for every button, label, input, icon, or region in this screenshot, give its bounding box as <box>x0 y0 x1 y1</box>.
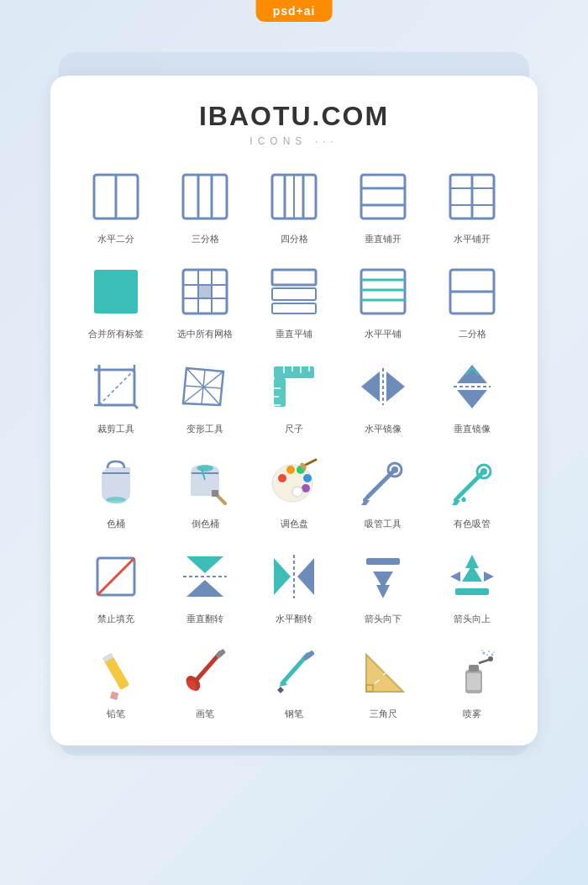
svg-marker-92 <box>376 585 390 598</box>
icon-merge-tags: 合并所有标签 <box>76 262 156 340</box>
icon-h-mirror: 水平镜像 <box>343 357 423 435</box>
svg-line-70 <box>306 460 316 465</box>
svg-marker-95 <box>465 555 479 568</box>
svg-line-35 <box>134 405 138 408</box>
icon-h-split: 水平二分 <box>76 167 156 245</box>
svg-rect-93 <box>455 588 489 595</box>
svg-marker-76 <box>361 500 370 505</box>
svg-rect-90 <box>366 558 400 565</box>
svg-rect-16 <box>94 270 138 313</box>
icon-pencil: 铅笔 <box>76 642 156 720</box>
icon-arrow-down: 箭头向下 <box>343 547 423 625</box>
icon-h-flip: 水平翻转 <box>254 547 334 625</box>
svg-rect-116 <box>467 673 480 690</box>
svg-point-74 <box>391 466 398 473</box>
icon-h-tile2: 水平平铺 <box>343 262 423 340</box>
icons-subtitle: ICONS ··· <box>76 135 512 147</box>
icon-v-tile2: 垂直平铺 <box>254 262 334 340</box>
svg-marker-88 <box>297 558 314 595</box>
icon-spray: 喷雾 <box>432 642 512 720</box>
svg-marker-57 <box>457 390 487 408</box>
icon-flip-bucket: 倒色桶 <box>165 452 245 530</box>
icon-pen: 钢笔 <box>254 642 334 720</box>
svg-marker-97 <box>484 572 494 582</box>
svg-point-119 <box>488 656 493 661</box>
svg-point-64 <box>278 474 286 482</box>
icon-two-grid: 二分格 <box>432 262 512 340</box>
svg-line-75 <box>365 497 368 500</box>
icon-v-mirror: 垂直镜像 <box>432 357 512 435</box>
svg-line-83 <box>97 558 134 595</box>
icon-no-fill: 禁止填充 <box>76 547 156 625</box>
svg-marker-87 <box>274 558 291 595</box>
svg-rect-25 <box>272 303 316 313</box>
svg-point-122 <box>486 654 488 656</box>
svg-marker-96 <box>450 572 460 582</box>
svg-point-125 <box>481 650 483 651</box>
icon-v-tile: 垂直铺开 <box>343 167 423 245</box>
icon-select-grid: 选中所有网格 <box>165 262 245 340</box>
svg-point-124 <box>493 651 495 653</box>
icon-transform: 变形工具 <box>165 357 245 435</box>
icon-brush: 画笔 <box>165 642 245 720</box>
svg-rect-9 <box>361 175 405 219</box>
svg-point-120 <box>483 652 486 655</box>
svg-rect-45 <box>274 378 286 407</box>
svg-rect-26 <box>361 270 405 313</box>
icon-ruler: 尺子 <box>254 357 334 435</box>
svg-line-38 <box>99 370 134 405</box>
icon-v-flip: 垂直翻转 <box>165 547 245 625</box>
svg-line-102 <box>197 653 220 680</box>
svg-marker-99 <box>108 689 121 703</box>
svg-point-65 <box>286 466 295 474</box>
svg-marker-53 <box>361 371 380 402</box>
svg-point-59 <box>106 497 126 503</box>
svg-rect-62 <box>212 490 218 497</box>
svg-rect-2 <box>183 175 227 219</box>
svg-point-69 <box>292 487 302 497</box>
svg-line-77 <box>459 471 484 497</box>
icon-arrow-up: 箭头向上 <box>432 547 512 625</box>
svg-rect-117 <box>469 665 479 672</box>
site-title: IBAOTU.COM <box>76 101 512 132</box>
svg-point-123 <box>491 654 494 656</box>
svg-line-80 <box>455 497 459 500</box>
icon-triangle-ruler: 三角尺 <box>343 642 423 720</box>
svg-marker-54 <box>386 371 405 402</box>
icon-four-grid: 四分格 <box>254 167 334 245</box>
svg-rect-44 <box>274 366 314 378</box>
svg-marker-84 <box>186 556 223 573</box>
icon-palette: 调色盘 <box>254 452 334 530</box>
svg-marker-85 <box>186 580 223 597</box>
svg-marker-81 <box>452 500 460 505</box>
icon-paint-bucket: 色桶 <box>76 452 156 530</box>
icon-dropper: 吸管工具 <box>343 452 423 530</box>
svg-marker-109 <box>277 687 284 693</box>
main-card: IBAOTU.COM ICONS ··· 水平二分 <box>50 76 538 745</box>
svg-line-106 <box>282 655 307 683</box>
svg-point-121 <box>488 651 490 652</box>
svg-point-79 <box>480 468 487 475</box>
svg-rect-22 <box>198 285 212 298</box>
icon-color-dropper: 有色吸管 <box>432 452 512 530</box>
icons-grid: 水平二分 三分格 <box>76 167 512 720</box>
top-badge: psd+ai <box>256 0 333 22</box>
svg-line-113 <box>391 663 396 666</box>
svg-rect-23 <box>272 270 316 285</box>
svg-line-118 <box>479 660 489 663</box>
icon-crop: 裁剪工具 <box>76 357 156 435</box>
icon-h-tile: 水平铺开 <box>432 167 512 245</box>
icon-three-grid: 三分格 <box>165 167 245 245</box>
svg-point-60 <box>197 465 213 471</box>
svg-rect-24 <box>272 288 316 300</box>
svg-point-67 <box>303 474 312 482</box>
